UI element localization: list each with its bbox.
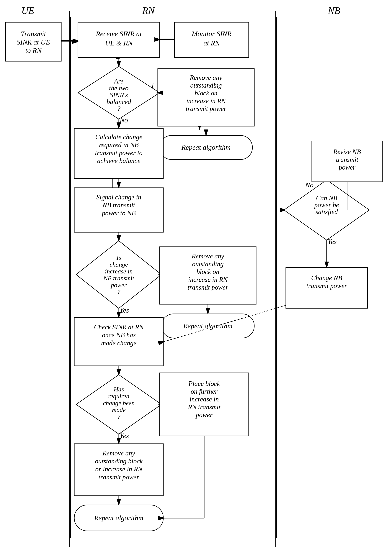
has-req-text4: made [112,407,126,413]
receive-sinr-label: Receive SINR at [96,30,142,38]
remove-block1-text5: transmit power [186,105,226,112]
monitor-sinr-label2: at RN [203,39,220,47]
calc-change-text1: Calculate change [95,133,142,141]
remove-block3-text3: or increase in RN [95,465,143,473]
check-sinr-text2: once NB has [102,331,136,339]
calc-change-text4: achieve balance [97,157,140,165]
calc-change-text3: transmit power to [95,149,143,157]
has-req-text1: Has [114,386,124,393]
is-change-text1: Is [116,254,121,261]
has-req-text2: required [108,393,130,400]
signal-change-text3: power to NB [101,209,136,217]
remove-block2-text5: transmit power [188,284,228,291]
sinr-balanced-text2: the two [109,84,129,92]
remove-block3-text1: Remove any [102,449,135,457]
flowchart-diagram: UE RN NB Transmit SINR at UE to RN Recei… [0,0,392,553]
can-nb-text2: power be [314,201,339,209]
transmit-sinr-label: Transmit [21,30,46,38]
is-change-text5: power [111,282,127,289]
yes-can-label: Yes [328,238,337,245]
remove-block1-text2: outstanding [190,82,222,89]
remove-block2-text4: increase in RN [188,276,228,283]
revise-nb-text2: transmit [336,156,358,163]
change-nb-text1: Change NB [311,274,342,282]
monitor-sinr-label: Monitor SINR [192,30,231,38]
col-header-nb: NB [328,5,340,16]
has-req-text5: ? [117,413,120,420]
remove-block2-text3: block on [196,268,219,276]
transmit-sinr-label3: to RN [25,47,42,54]
signal-change-text2: NB transmit [102,201,135,209]
calc-change-text2: required in NB [99,141,139,149]
sinr-balanced-text1: Are [114,77,124,85]
remove-block3-text4: transmit power [98,473,139,481]
transmit-sinr-label2: SINR at UE [17,38,50,46]
remove-block3-text2: outstanding block [95,457,143,465]
repeat-alg3-label: Repeat algorithm [94,514,143,522]
is-change-text4: NB transmit [103,275,134,282]
change-nb-text2: transmit power [306,282,347,290]
place-block-text2: on further [191,388,218,395]
sinr-balanced-text3: SINR's [110,91,128,99]
remove-block2-text1: Remove any [192,252,224,260]
revise-nb-text1: Revise NB [333,148,361,155]
revise-nb-text3: power [338,164,356,171]
is-change-text6: ? [117,289,120,295]
sinr-balanced-text5: ? [117,105,120,112]
remove-block1-text3: block on [195,90,217,97]
can-nb-text1: Can NB [316,194,337,202]
place-block-text3: increase in [189,395,219,403]
no-can-label: No [305,181,314,189]
check-sinr-text3: made change [101,339,137,347]
receive-sinr-label2: UE & RN [105,39,133,47]
can-nb-text3: satisfied [315,208,338,215]
check-sinr-text1: Check SINR at RN [94,323,144,331]
has-req-text3: change been [103,400,135,407]
remove-block1-text4: increase in RN [186,97,226,105]
place-block-text1: Place block [188,380,220,387]
place-block-text5: power [195,411,213,419]
is-change-text3: increase in [105,268,133,275]
col-header-rn: RN [142,5,155,16]
remove-block2-text2: outstanding [192,260,224,268]
yes-change-label: Yes [120,306,129,314]
is-change-text2: change [110,261,128,268]
no-sinr-label: No [119,116,128,124]
yes-has-label: Yes [120,432,129,440]
repeat-alg1-label: Repeat algorithm [181,143,231,151]
sinr-balanced-text4: balanced [106,98,131,105]
full-flowchart: UE RN NB Transmit SINR at UE to RN Recei… [0,0,392,553]
remove-block1-text1: Remove any [190,74,222,81]
signal-change-text1: Signal change in [96,194,141,201]
col-header-ue: UE [21,5,34,16]
place-block-text4: RN transmit [188,403,221,411]
